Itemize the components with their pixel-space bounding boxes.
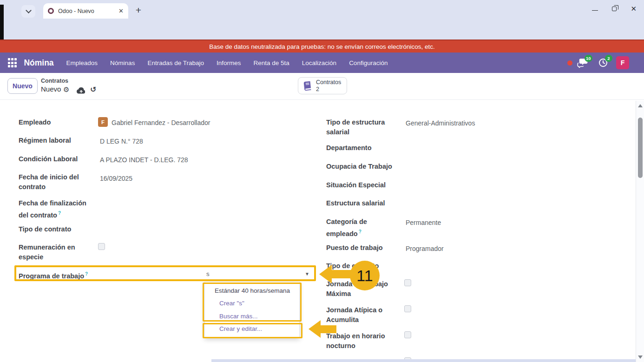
help-icon: ? [359, 229, 361, 234]
help-icon: ? [85, 271, 88, 276]
new-tab-button[interactable]: + [132, 4, 145, 17]
neutralized-database-banner: Base de datos neutralizada para pruebas:… [0, 39, 644, 53]
window-minimize-button[interactable] [592, 10, 598, 11]
window-edge [0, 5, 4, 39]
stat-count: 2 [316, 86, 341, 92]
label-trabajo-horario-nocturno: Trabajo en horario nocturno [326, 331, 391, 351]
label-fecha-finalizacion-contrato: Fecha de finalización del contrato? [19, 198, 88, 220]
help-icon: ? [58, 211, 61, 216]
label-tipo-de-contrato: Tipo de contrato [19, 224, 100, 234]
value-tipo-estructura-salarial: General-Administrativos [406, 118, 475, 128]
contracts-stat-button[interactable]: Contratos 2 [298, 77, 347, 94]
dropdown-option-crear-y-editar[interactable]: Crear y editar... [219, 325, 262, 332]
nav-item-entradas-de-trabajo[interactable]: Entradas de Trabajo [147, 59, 204, 66]
label-departamento: Departamento [326, 143, 407, 153]
value-regimen-laboral: D LEG N.° 728 [100, 137, 143, 146]
tab-close-icon[interactable]: ✕ [118, 7, 124, 14]
horizontal-scrollbar[interactable] [211, 359, 636, 362]
nav-item-renta-de-5ta[interactable]: Renta de 5ta [254, 59, 289, 66]
stat-label: Contratos [316, 79, 341, 86]
label-fecha-inicio-contrato: Fecha de inicio del contrato [19, 172, 84, 192]
tab-title: Odoo - Nuevo [58, 8, 116, 14]
screen: Odoo - Nuevo ✕ + ✕ ← → ↻ democontable17.… [0, 0, 644, 362]
odoo-navbar: Nómina Empleados Nóminas Entradas de Tra… [0, 53, 644, 73]
breadcrumb-parent[interactable]: Contratos [41, 78, 68, 84]
vertical-scrollbar[interactable] [636, 101, 644, 362]
activities-count-badge: 2 [605, 55, 612, 62]
remuneracion-en-especie-checkbox[interactable] [98, 243, 105, 250]
value-empleado: Gabriel Fernandez - Desarrollador [112, 118, 210, 127]
nav-item-informes[interactable]: Informes [217, 59, 241, 66]
jornada-atipica-checkbox[interactable] [404, 305, 411, 312]
window-controls: ✕ [592, 5, 640, 13]
nav-item-nominas[interactable]: Nóminas [110, 59, 135, 66]
label-tipo-de-contrato-right: Tipo de contrato [326, 261, 407, 271]
dropdown-option-crear[interactable]: Crear "s" [219, 300, 244, 307]
label-jornada-trabajo-maxima: Jornada de Trabajo Máxima [326, 279, 391, 299]
employee-avatar: F [98, 117, 108, 127]
label-ocupacia-de-trabajo: Ocupacia de Trabajo [326, 162, 407, 171]
value-categoria-de-empleado: Permanente [406, 218, 441, 227]
browser-toolbar: ← → ↻ democontable17.solse.pe/web#cids=1… [0, 19, 644, 39]
systray: 10 2 F [565, 53, 644, 73]
browser-tab[interactable]: Odoo - Nuevo ✕ [43, 3, 128, 19]
label-regimen-laboral: Régimen laboral [19, 136, 100, 145]
label-estructura-salarial: Estructura salarial [326, 198, 407, 208]
save-cloud-icon[interactable] [76, 87, 85, 94]
user-avatar[interactable]: F [616, 56, 629, 69]
nav-item-localizacion[interactable]: Localización [302, 59, 336, 66]
label-jornada-atipica: Jornada Atípica o Acumulita [326, 305, 389, 325]
chevron-down-icon [26, 7, 32, 13]
discard-undo-icon[interactable]: ↺ [90, 85, 96, 94]
label-categoria-de-empleado: Categoría de empleado? [326, 217, 373, 239]
jornada-trabajo-maxima-checkbox[interactable] [404, 279, 411, 286]
contract-form-sheet: Empleado F Gabriel Fernandez - Desarroll… [0, 100, 644, 362]
new-button[interactable]: Nuevo [7, 78, 38, 94]
apps-grid-icon[interactable] [8, 58, 17, 67]
control-panel: Nuevo Contratos Nuevo ⚙ ↺ Contratos 2 [0, 73, 644, 100]
label-programa-de-trabajo: Programa de trabajo? [19, 269, 112, 281]
dropdown-option-estandar[interactable]: Estándar 40 horas/semana [215, 287, 290, 294]
value-condicion-laboral: A PLAZO INDET - D.LEG. 728 [100, 155, 188, 165]
scroll-down-icon[interactable] [638, 355, 643, 359]
value-fecha-inicio-contrato: 16/09/2025 [100, 174, 132, 183]
scrollbar-thumb[interactable] [638, 118, 643, 178]
banner-text: Base de datos neutralizada para pruebas:… [209, 43, 435, 50]
label-empleado: Empleado [19, 118, 100, 127]
window-restore-button[interactable] [612, 7, 617, 11]
programa-de-trabajo-input[interactable]: s [206, 270, 210, 277]
dropdown-option-buscar-mas[interactable]: Buscar más... [219, 313, 258, 320]
odoo-favicon-icon [48, 8, 54, 14]
status-dot-icon [567, 60, 572, 66]
book-icon [302, 80, 313, 91]
label-situacion-especial: Situación Especial [326, 180, 407, 190]
value-puesto-de-trabajo: Programador [406, 244, 444, 253]
scroll-up-icon[interactable] [638, 104, 643, 107]
nav-item-empleados[interactable]: Empleados [66, 59, 98, 66]
label-tipo-estructura-salarial: Tipo de estructura salarial [326, 118, 391, 137]
trabajo-horario-nocturno-checkbox[interactable] [404, 331, 411, 338]
label-condicion-laboral: Condición Laboral [19, 154, 100, 164]
app-title-nomina[interactable]: Nómina [24, 58, 53, 68]
messages-count-badge: 10 [585, 55, 592, 62]
tab-search-button[interactable] [21, 5, 35, 18]
gear-icon[interactable]: ⚙ [63, 86, 69, 94]
dropdown-caret-icon[interactable]: ▼ [305, 271, 309, 276]
nav-item-configuracion[interactable]: Configuración [349, 59, 388, 66]
label-puesto-de-trabajo: Puesto de trabajo [326, 243, 407, 253]
browser-tab-bar: Odoo - Nuevo ✕ + ✕ [0, 0, 644, 19]
window-close-button[interactable]: ✕ [631, 5, 637, 13]
label-remuneracion-en-especie: Remuneración en especie [19, 243, 81, 262]
breadcrumb-current: Nuevo [41, 85, 61, 93]
